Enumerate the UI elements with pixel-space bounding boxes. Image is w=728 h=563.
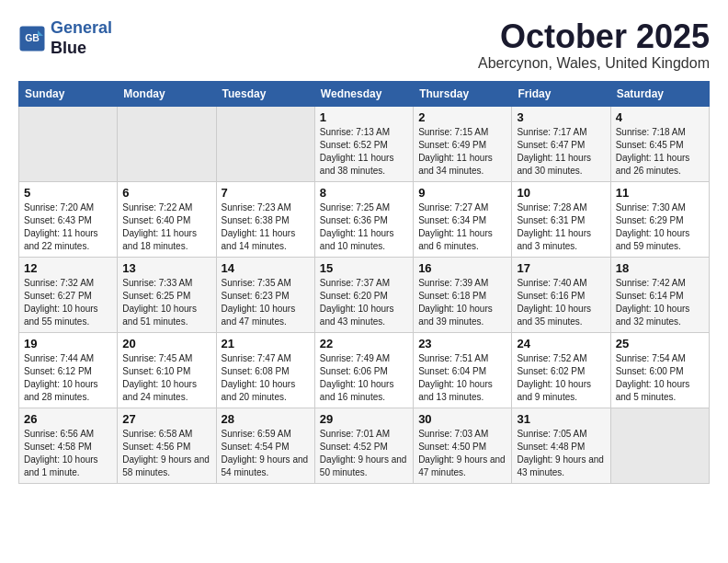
calendar-cell: 25Sunrise: 7:54 AMSunset: 6:00 PMDayligh… bbox=[610, 332, 709, 408]
day-info: Sunrise: 7:44 AMSunset: 6:12 PMDaylight:… bbox=[24, 352, 112, 404]
day-info: Sunrise: 6:56 AMSunset: 4:58 PMDaylight:… bbox=[24, 428, 112, 479]
weekday-header: Saturday bbox=[610, 81, 709, 106]
day-info: Sunrise: 7:45 AMSunset: 6:10 PMDaylight:… bbox=[122, 352, 210, 404]
day-number: 2 bbox=[418, 110, 506, 124]
day-info: Sunrise: 7:05 AMSunset: 4:48 PMDaylight:… bbox=[517, 428, 605, 479]
day-info: Sunrise: 7:15 AMSunset: 6:49 PMDaylight:… bbox=[418, 126, 506, 178]
page-header: GB General Blue October 2025 Abercynon, … bbox=[18, 18, 710, 72]
logo: GB General Blue bbox=[18, 18, 112, 58]
calendar-cell: 19Sunrise: 7:44 AMSunset: 6:12 PMDayligh… bbox=[19, 332, 118, 408]
day-info: Sunrise: 7:54 AMSunset: 6:00 PMDaylight:… bbox=[616, 352, 704, 404]
day-number: 28 bbox=[222, 412, 310, 426]
day-info: Sunrise: 7:30 AMSunset: 6:29 PMDaylight:… bbox=[616, 201, 704, 253]
day-info: Sunrise: 7:13 AMSunset: 6:52 PMDaylight:… bbox=[320, 126, 408, 178]
calendar-cell bbox=[19, 106, 118, 181]
day-info: Sunrise: 7:27 AMSunset: 6:34 PMDaylight:… bbox=[418, 201, 506, 253]
day-number: 12 bbox=[24, 261, 112, 275]
day-number: 19 bbox=[24, 337, 112, 350]
calendar-cell: 24Sunrise: 7:52 AMSunset: 6:02 PMDayligh… bbox=[512, 332, 610, 408]
day-info: Sunrise: 7:17 AMSunset: 6:47 PMDaylight:… bbox=[517, 126, 605, 178]
day-info: Sunrise: 7:42 AMSunset: 6:14 PMDaylight:… bbox=[616, 277, 704, 328]
day-info: Sunrise: 7:40 AMSunset: 6:16 PMDaylight:… bbox=[517, 277, 605, 328]
day-number: 16 bbox=[418, 261, 506, 275]
calendar-cell: 12Sunrise: 7:32 AMSunset: 6:27 PMDayligh… bbox=[19, 257, 118, 332]
calendar-cell: 29Sunrise: 7:01 AMSunset: 4:52 PMDayligh… bbox=[314, 408, 413, 483]
day-info: Sunrise: 7:18 AMSunset: 6:45 PMDaylight:… bbox=[616, 126, 704, 178]
calendar-cell: 15Sunrise: 7:37 AMSunset: 6:20 PMDayligh… bbox=[314, 257, 413, 332]
day-number: 17 bbox=[517, 261, 605, 275]
day-number: 3 bbox=[517, 110, 605, 124]
day-number: 8 bbox=[320, 186, 408, 200]
day-info: Sunrise: 7:32 AMSunset: 6:27 PMDaylight:… bbox=[24, 277, 112, 328]
location: Abercynon, Wales, United Kingdom bbox=[478, 55, 710, 72]
day-info: Sunrise: 7:37 AMSunset: 6:20 PMDaylight:… bbox=[320, 277, 408, 328]
calendar-table: SundayMondayTuesdayWednesdayThursdayFrid… bbox=[18, 81, 710, 484]
day-info: Sunrise: 7:39 AMSunset: 6:18 PMDaylight:… bbox=[418, 277, 506, 328]
calendar-cell bbox=[216, 106, 314, 181]
day-info: Sunrise: 7:03 AMSunset: 4:50 PMDaylight:… bbox=[418, 428, 506, 479]
day-number: 6 bbox=[122, 186, 210, 200]
day-number: 25 bbox=[616, 337, 704, 350]
day-number: 22 bbox=[320, 337, 408, 350]
day-number: 24 bbox=[517, 337, 605, 350]
calendar-cell: 30Sunrise: 7:03 AMSunset: 4:50 PMDayligh… bbox=[414, 408, 512, 483]
weekday-header: Thursday bbox=[414, 81, 512, 106]
day-info: Sunrise: 7:01 AMSunset: 4:52 PMDaylight:… bbox=[320, 428, 408, 479]
calendar-cell: 1Sunrise: 7:13 AMSunset: 6:52 PMDaylight… bbox=[314, 106, 413, 181]
day-number: 27 bbox=[122, 412, 210, 426]
day-number: 4 bbox=[616, 110, 704, 124]
weekday-header: Monday bbox=[118, 81, 216, 106]
day-info: Sunrise: 7:52 AMSunset: 6:02 PMDaylight:… bbox=[517, 352, 605, 404]
day-number: 31 bbox=[517, 412, 605, 426]
weekday-header: Wednesday bbox=[314, 81, 413, 106]
day-info: Sunrise: 7:28 AMSunset: 6:31 PMDaylight:… bbox=[517, 201, 605, 253]
calendar-cell: 20Sunrise: 7:45 AMSunset: 6:10 PMDayligh… bbox=[118, 332, 216, 408]
day-info: Sunrise: 7:25 AMSunset: 6:36 PMDaylight:… bbox=[320, 201, 408, 253]
calendar-cell: 14Sunrise: 7:35 AMSunset: 6:23 PMDayligh… bbox=[216, 257, 314, 332]
day-number: 9 bbox=[418, 186, 506, 200]
svg-text:GB: GB bbox=[25, 32, 40, 43]
weekday-header: Friday bbox=[512, 81, 610, 106]
day-number: 5 bbox=[24, 186, 112, 200]
calendar-cell: 4Sunrise: 7:18 AMSunset: 6:45 PMDaylight… bbox=[610, 106, 709, 181]
day-info: Sunrise: 6:59 AMSunset: 4:54 PMDaylight:… bbox=[222, 428, 310, 479]
weekday-header: Tuesday bbox=[216, 81, 314, 106]
calendar-cell: 2Sunrise: 7:15 AMSunset: 6:49 PMDaylight… bbox=[414, 106, 512, 181]
day-info: Sunrise: 7:33 AMSunset: 6:25 PMDaylight:… bbox=[122, 277, 210, 328]
calendar-cell: 27Sunrise: 6:58 AMSunset: 4:56 PMDayligh… bbox=[118, 408, 216, 483]
calendar-cell: 16Sunrise: 7:39 AMSunset: 6:18 PMDayligh… bbox=[414, 257, 512, 332]
calendar-cell: 13Sunrise: 7:33 AMSunset: 6:25 PMDayligh… bbox=[118, 257, 216, 332]
title-block: October 2025 Abercynon, Wales, United Ki… bbox=[478, 18, 710, 72]
logo-text: General Blue bbox=[51, 18, 112, 58]
calendar-cell: 17Sunrise: 7:40 AMSunset: 6:16 PMDayligh… bbox=[512, 257, 610, 332]
calendar-cell bbox=[118, 106, 216, 181]
day-number: 29 bbox=[320, 412, 408, 426]
logo-icon: GB bbox=[18, 25, 46, 52]
day-info: Sunrise: 7:20 AMSunset: 6:43 PMDaylight:… bbox=[24, 201, 112, 253]
day-number: 23 bbox=[418, 337, 506, 350]
day-number: 14 bbox=[222, 261, 310, 275]
day-info: Sunrise: 7:22 AMSunset: 6:40 PMDaylight:… bbox=[122, 201, 210, 253]
calendar-cell: 28Sunrise: 6:59 AMSunset: 4:54 PMDayligh… bbox=[216, 408, 314, 483]
calendar-cell: 21Sunrise: 7:47 AMSunset: 6:08 PMDayligh… bbox=[216, 332, 314, 408]
calendar-cell: 8Sunrise: 7:25 AMSunset: 6:36 PMDaylight… bbox=[314, 181, 413, 257]
calendar-cell: 18Sunrise: 7:42 AMSunset: 6:14 PMDayligh… bbox=[610, 257, 709, 332]
day-number: 1 bbox=[320, 110, 408, 124]
calendar-cell: 31Sunrise: 7:05 AMSunset: 4:48 PMDayligh… bbox=[512, 408, 610, 483]
day-number: 10 bbox=[517, 186, 605, 200]
calendar-cell: 9Sunrise: 7:27 AMSunset: 6:34 PMDaylight… bbox=[414, 181, 512, 257]
calendar-cell: 23Sunrise: 7:51 AMSunset: 6:04 PMDayligh… bbox=[414, 332, 512, 408]
day-number: 20 bbox=[122, 337, 210, 350]
calendar-cell: 10Sunrise: 7:28 AMSunset: 6:31 PMDayligh… bbox=[512, 181, 610, 257]
day-number: 11 bbox=[616, 186, 704, 200]
calendar-cell bbox=[610, 408, 709, 483]
day-number: 15 bbox=[320, 261, 408, 275]
calendar-cell: 11Sunrise: 7:30 AMSunset: 6:29 PMDayligh… bbox=[610, 181, 709, 257]
day-info: Sunrise: 7:47 AMSunset: 6:08 PMDaylight:… bbox=[222, 352, 310, 404]
month-title: October 2025 bbox=[478, 18, 710, 55]
day-number: 13 bbox=[122, 261, 210, 275]
day-info: Sunrise: 6:58 AMSunset: 4:56 PMDaylight:… bbox=[122, 428, 210, 479]
day-number: 30 bbox=[418, 412, 506, 426]
day-info: Sunrise: 7:23 AMSunset: 6:38 PMDaylight:… bbox=[222, 201, 310, 253]
calendar-cell: 7Sunrise: 7:23 AMSunset: 6:38 PMDaylight… bbox=[216, 181, 314, 257]
